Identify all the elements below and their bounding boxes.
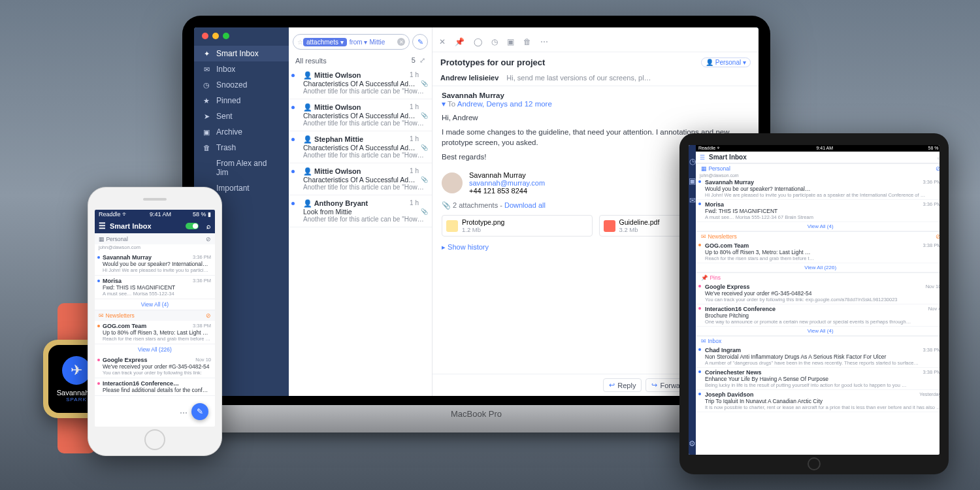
sidebar-item-archive[interactable]: ▣Archive — [194, 124, 289, 140]
folder-icon: 🗑 — [202, 144, 211, 152]
ipad-home-button[interactable] — [808, 457, 821, 470]
ipad-status-bar: Readdle ᯤ9:41 AM58 % ▮ — [696, 145, 939, 152]
message-row[interactable]: 👤 Mittie Owlson1 h📎Characteristics Of A … — [289, 99, 432, 131]
reply-button[interactable]: ↩Reply — [603, 378, 642, 392]
message-list-column: ☆ attachmets ▾ from ▾ Mittie ✕ ✎ All res… — [289, 27, 433, 396]
list-item[interactable]: Morisa3:36 PMFwd: THIS IS MAGNIFICENTA m… — [95, 276, 215, 299]
list-item[interactable]: Joseph DavidsonYesterdayTrip To Iqaluit … — [696, 390, 939, 412]
email-greeting: Hi, Andrew — [442, 112, 749, 123]
clear-search-icon[interactable]: ✕ — [397, 38, 405, 46]
view-all-personal[interactable]: View All (4) — [95, 299, 215, 310]
inbox-icon[interactable]: ✉ — [689, 196, 696, 205]
section-personal: ▦ Personal⊘ — [95, 233, 215, 244]
view-all-news[interactable]: View All (226) — [95, 344, 215, 355]
list-item[interactable]: GOG.com Team3:38 PM Up to 80% off Risen … — [95, 321, 215, 344]
email-subject: Prototypes for our project — [440, 57, 545, 67]
close-icon[interactable]: ✕ — [439, 37, 446, 46]
smart-toggle[interactable] — [186, 223, 199, 229]
view-all-news[interactable]: View All (226) — [696, 263, 939, 272]
iphone-home-button[interactable] — [144, 429, 165, 450]
section-more-icon[interactable]: ⊘ — [936, 165, 939, 172]
email-recipients-link[interactable]: Andrew, Denys and 12 more — [457, 100, 552, 108]
ipad-title: Smart Inbox — [709, 154, 747, 161]
view-all-personal[interactable]: View All (4) — [696, 222, 939, 231]
compose-button[interactable]: ✎ — [412, 34, 428, 50]
message-row[interactable]: 👤 Mittie Owlson1 h📎Characteristics Of A … — [289, 163, 432, 195]
star-icon[interactable]: ☆ — [297, 39, 303, 46]
section-more-icon[interactable]: ⊘ — [936, 233, 939, 240]
sidebar-item-inbox[interactable]: ✉Inbox — [194, 61, 289, 77]
list-item[interactable]: Google ExpressNov 10We've received your … — [696, 282, 939, 304]
sidebar-item-pinned[interactable]: ★Pinned — [194, 93, 289, 108]
snooze-icon[interactable]: ◷ — [491, 37, 498, 46]
message-row[interactable]: 👤 Stephan Mittie1 h📎Characteristics Of A… — [289, 131, 432, 163]
section-personal: ▦ Personal⊘ — [696, 163, 939, 173]
ipad-device: ◷ ▣ ✉ ⚙ Readdle ᯤ9:41 AM58 % ▮ ☰ Smart I… — [679, 133, 949, 474]
thread-collapsed-row[interactable]: Andrew Ielisieiev Hi, send me last versi… — [433, 71, 759, 86]
sidebar-item-smart-inbox[interactable]: ✦Smart Inbox — [194, 46, 289, 61]
list-item[interactable]: Savannah Murray3:36 PMWould you be our s… — [95, 252, 215, 276]
trash-icon[interactable]: 🗑 — [523, 37, 531, 46]
sig-phone: +44 121 853 8244 — [469, 187, 545, 195]
reader-toolbar: ✕ 📌 ◯ ◷ ▣ 🗑 ⋯ — [433, 31, 759, 52]
section-newsletters: ✉ Newsletters⊘ — [696, 231, 939, 241]
unread-dot — [291, 106, 295, 109]
mark-read-icon[interactable]: ◯ — [474, 37, 482, 46]
archive-icon[interactable]: ▣ — [507, 37, 514, 46]
minimize-window-dot[interactable] — [212, 33, 219, 39]
results-header: All results 5 ⤢ — [289, 52, 432, 67]
chevron-down-icon[interactable]: ▾ — [442, 100, 448, 108]
hamburger-icon[interactable]: ☰ — [99, 221, 106, 231]
folder-icon: ▣ — [202, 128, 211, 137]
list-item[interactable]: Corinechester News3:38 PMEnhance Your Li… — [696, 368, 939, 390]
attachment-png[interactable]: Prototype.png 1.2 Mb — [442, 215, 593, 237]
thread-preview: Hi, send me last versions of our screens… — [506, 74, 651, 82]
compose-fab[interactable]: ✎ — [191, 403, 208, 420]
search-input[interactable]: ☆ attachmets ▾ from ▾ Mittie ✕ — [293, 34, 410, 50]
list-item[interactable]: GOG.com Team3:38 PMUp to 80% off Risen 3… — [696, 241, 939, 263]
avatar — [442, 172, 463, 193]
pin-icon[interactable]: 📌 — [455, 37, 465, 46]
folder-icon: ★ — [202, 97, 211, 105]
expand-icon[interactable]: ⤢ — [419, 56, 425, 64]
list-item[interactable]: Chad Ingram3:38 PMNon Steroidal Anti Inf… — [696, 346, 939, 368]
spark-app-icon: ✈ — [62, 356, 91, 385]
search-filter-pill[interactable]: attachmets ▾ — [303, 38, 347, 46]
list-item[interactable]: Morisa3:36 PMFwd: THIS IS MAGNIFICENTA m… — [696, 200, 939, 222]
folder-icon: ✦ — [202, 50, 211, 58]
list-item[interactable]: Savannah Murray3:36 PMWould you be our s… — [696, 178, 939, 200]
sidebar-item-from-alex-and-jim[interactable]: From Alex and Jim — [194, 155, 289, 180]
list-item[interactable]: Google ExpressNov 10 We've received your… — [95, 355, 215, 378]
search-from-filter[interactable]: from ▾ — [350, 39, 368, 46]
gear-icon[interactable]: ⚙ — [689, 439, 696, 448]
more-icon[interactable]: ⋯ — [540, 37, 548, 46]
window-traffic-lights[interactable] — [194, 33, 289, 46]
section-more-icon[interactable]: ⊘ — [206, 236, 211, 242]
message-row[interactable]: 👤 Mittie Owlson1 h📎Characteristics Of A … — [289, 67, 432, 99]
account-email: john@dawson.com — [696, 173, 939, 178]
iphone-title: Smart Inbox — [110, 222, 152, 230]
sig-email[interactable]: savannah@murray.com — [469, 179, 545, 187]
attachment-icon: 📎 — [421, 176, 428, 183]
message-row[interactable]: 👤 Anthony Bryant1 h📎Look from MittieAnot… — [289, 195, 432, 227]
search-icon[interactable]: ⌕ — [938, 154, 939, 161]
archive-icon[interactable]: ▣ — [689, 176, 696, 186]
results-count: 5 — [412, 56, 416, 64]
zoom-window-dot[interactable] — [223, 33, 229, 39]
clock-icon[interactable]: ◷ — [689, 157, 696, 166]
download-all-link[interactable]: Download all — [504, 201, 546, 209]
search-icon[interactable]: ⌕ — [206, 222, 211, 230]
list-item[interactable]: Interaction16 ConferenceNov 4Brochure Pi… — [696, 304, 939, 327]
sidebar-item-trash[interactable]: 🗑Trash — [194, 140, 289, 155]
section-inbox: ✉ Inbox — [696, 336, 939, 346]
account-badge[interactable]: 👤 Personal ▾ — [701, 57, 751, 67]
more-menu-icon[interactable]: ⋯ — [180, 408, 188, 417]
hamburger-icon[interactable]: ☰ — [700, 154, 705, 161]
section-more-icon[interactable]: ⊘ — [206, 312, 211, 319]
ipad-title-bar: ☰ Smart Inbox ⌕ — [696, 152, 939, 163]
sidebar-item-snoozed[interactable]: ◷Snoozed — [194, 77, 289, 93]
list-item[interactable]: Interaction16 Conference… Please find ad… — [95, 378, 215, 396]
close-window-dot[interactable] — [202, 33, 208, 39]
view-all-pins[interactable]: View All (4) — [696, 327, 939, 336]
sidebar-item-sent[interactable]: ➤Sent — [194, 108, 289, 124]
